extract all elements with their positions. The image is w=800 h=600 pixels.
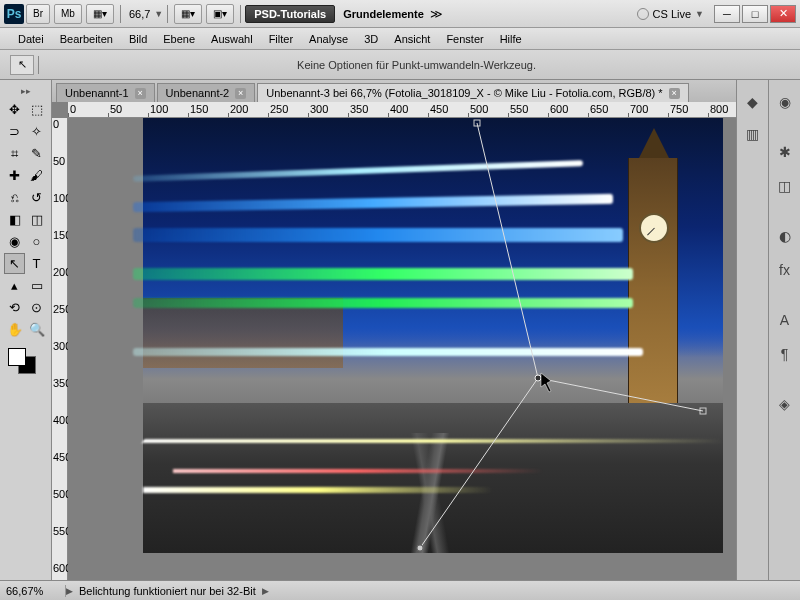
active-tool-preview[interactable]: ↖ — [10, 55, 34, 75]
separator — [38, 56, 39, 74]
panel-icon[interactable]: ▥ — [741, 122, 765, 146]
foreground-swatch[interactable] — [8, 348, 26, 366]
cslive-label: CS Live — [653, 8, 692, 20]
image-clock — [639, 213, 669, 243]
view-extras-button[interactable]: ▦▾ — [86, 4, 114, 24]
separator — [240, 5, 241, 23]
color-panel-icon[interactable]: ◉ — [773, 90, 797, 114]
brush-tool[interactable]: 🖌 — [26, 165, 47, 186]
minibridge-button[interactable]: Mb — [54, 4, 82, 24]
marquee-tool[interactable]: ⬚ — [26, 99, 47, 120]
layers-panel-icon[interactable]: ◈ — [773, 392, 797, 416]
type-tool[interactable]: T — [26, 253, 47, 274]
arrange-button[interactable]: ▦▾ — [174, 4, 202, 24]
collapsed-panel-dock-2: ◉ ✱ ◫ ◐ fx A ¶ ◈ — [768, 80, 800, 580]
workspace-name[interactable]: Grundelemente — [343, 8, 424, 20]
blur-tool[interactable]: ◉ — [4, 231, 25, 252]
path-select-tool[interactable]: ▴ — [4, 275, 25, 296]
toolbox: ▸▸ ✥ ⬚ ⊃ ✧ ⌗ ✎ ✚ 🖌 ⎌ ↺ ◧ ◫ ◉ ○ ↖ T ▴ ▭ ⟲… — [0, 80, 52, 580]
menu-hilfe[interactable]: Hilfe — [492, 33, 530, 45]
status-message: Belichtung funktioniert nur bei 32-Bit — [73, 585, 262, 597]
minimize-button[interactable]: ─ — [714, 5, 740, 23]
bridge-button[interactable]: Br — [26, 4, 50, 24]
panel-icon[interactable]: ◐ — [773, 224, 797, 248]
menu-ebene[interactable]: Ebene — [155, 33, 203, 45]
ruler-vertical[interactable]: 050100150200250300350400450500550600 — [52, 118, 68, 580]
styles-panel-icon[interactable]: fx — [773, 258, 797, 282]
color-swatches[interactable] — [4, 348, 47, 378]
maximize-button[interactable]: □ — [742, 5, 768, 23]
zoom-tool[interactable]: 🔍 — [26, 319, 47, 340]
adjustments-panel-icon[interactable]: ✱ — [773, 140, 797, 164]
toolbox-collapse-icon[interactable]: ▸▸ — [4, 86, 47, 96]
cs-live[interactable]: CS Live▼ — [637, 8, 704, 20]
separator — [167, 5, 168, 23]
stamp-tool[interactable]: ⎌ — [4, 187, 25, 208]
status-arrow-icon[interactable]: ▶ — [262, 586, 269, 596]
collapsed-panel-dock-1: ◆ ▥ — [736, 80, 768, 580]
lasso-tool[interactable]: ⊃ — [4, 121, 25, 142]
tab-unbenannt-1[interactable]: Unbenannt-1× — [56, 83, 155, 102]
tab-label: Unbenannt-2 — [166, 87, 230, 99]
zoom-dropdown-icon[interactable]: ▼ — [154, 9, 163, 19]
character-panel-icon[interactable]: A — [773, 308, 797, 332]
panel-icon[interactable]: ◆ — [741, 90, 765, 114]
paragraph-panel-icon[interactable]: ¶ — [773, 342, 797, 366]
hand-tool[interactable]: ✋ — [4, 319, 25, 340]
menu-analyse[interactable]: Analyse — [301, 33, 356, 45]
light-streak — [133, 268, 633, 280]
light-trail — [173, 469, 543, 473]
light-trail — [143, 487, 493, 493]
options-message: Keine Optionen für Punkt-umwandeln-Werkz… — [297, 59, 536, 71]
pen-tool[interactable]: ↖ — [4, 253, 25, 274]
dodge-tool[interactable]: ○ — [26, 231, 47, 252]
tab-unbenannt-2[interactable]: Unbenannt-2× — [157, 83, 256, 102]
ruler-horizontal[interactable]: 0501001502002503003504004505005506006507… — [68, 102, 736, 118]
psd-tutorials-button[interactable]: PSD-Tutorials — [245, 5, 335, 23]
tab-label: Unbenannt-3 bei 66,7% (Fotolia_3018109_X… — [266, 87, 662, 99]
3d-camera-tool[interactable]: ⊙ — [26, 297, 47, 318]
history-brush-tool[interactable]: ↺ — [26, 187, 47, 208]
tab-close-icon[interactable]: × — [669, 88, 680, 99]
magic-wand-tool[interactable]: ✧ — [26, 121, 47, 142]
options-bar: ↖ Keine Optionen für Punkt-umwandeln-Wer… — [0, 50, 800, 80]
document-tabs: Unbenannt-1× Unbenannt-2× Unbenannt-3 be… — [52, 80, 736, 102]
gradient-tool[interactable]: ◫ — [26, 209, 47, 230]
tab-unbenannt-3[interactable]: Unbenannt-3 bei 66,7% (Fotolia_3018109_X… — [257, 83, 688, 102]
title-bar: Ps Br Mb ▦▾ 66,7▼ ▦▾ ▣▾ PSD-Tutorials Gr… — [0, 0, 800, 28]
menu-ansicht[interactable]: Ansicht — [386, 33, 438, 45]
cslive-dot-icon — [637, 8, 649, 20]
light-streak — [133, 228, 623, 242]
menu-filter[interactable]: Filter — [261, 33, 301, 45]
eraser-tool[interactable]: ◧ — [4, 209, 25, 230]
healing-tool[interactable]: ✚ — [4, 165, 25, 186]
canvas[interactable] — [143, 118, 723, 553]
menu-bar: Datei Bearbeiten Bild Ebene Auswahl Filt… — [0, 28, 800, 50]
status-bar: 66,67% ▶ Belichtung funktioniert nur bei… — [0, 580, 800, 600]
zoom-level[interactable]: 66,7 — [125, 8, 154, 20]
menu-bearbeiten[interactable]: Bearbeiten — [52, 33, 121, 45]
cslive-dropdown-icon: ▼ — [695, 9, 704, 19]
status-zoom[interactable]: 66,67% — [6, 585, 66, 597]
status-arrow-icon[interactable]: ▶ — [66, 586, 73, 596]
image-road — [143, 403, 723, 553]
close-button[interactable]: ✕ — [770, 5, 796, 23]
tab-close-icon[interactable]: × — [235, 88, 246, 99]
canvas-viewport[interactable] — [68, 118, 736, 580]
menu-fenster[interactable]: Fenster — [438, 33, 491, 45]
menu-auswahl[interactable]: Auswahl — [203, 33, 261, 45]
crop-tool[interactable]: ⌗ — [4, 143, 25, 164]
masks-panel-icon[interactable]: ◫ — [773, 174, 797, 198]
eyedropper-tool[interactable]: ✎ — [26, 143, 47, 164]
separator — [120, 5, 121, 23]
menu-bild[interactable]: Bild — [121, 33, 155, 45]
move-tool[interactable]: ✥ — [4, 99, 25, 120]
photoshop-icon: Ps — [4, 4, 24, 24]
menu-datei[interactable]: Datei — [10, 33, 52, 45]
workspace-more-icon[interactable]: ≫ — [430, 7, 443, 21]
shape-tool[interactable]: ▭ — [26, 275, 47, 296]
tab-close-icon[interactable]: × — [135, 88, 146, 99]
screenmode-button[interactable]: ▣▾ — [206, 4, 234, 24]
3d-tool[interactable]: ⟲ — [4, 297, 25, 318]
menu-3d[interactable]: 3D — [356, 33, 386, 45]
